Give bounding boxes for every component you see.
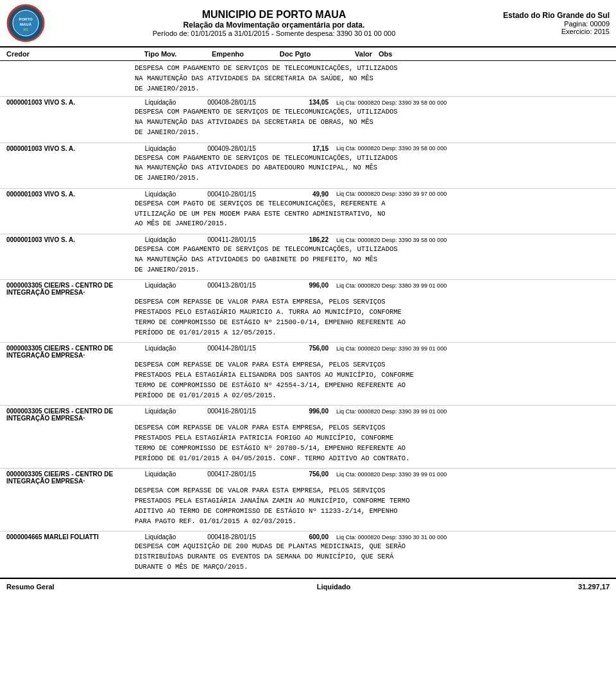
empenho-number: 000418-28/01/15	[190, 533, 273, 541]
entry-description: DESPESA COM REPASSE DE VALOR PARA ESTA E…	[135, 422, 610, 466]
empenho-number: 000408-28/01/15	[190, 99, 273, 106]
page-header: PORTO MAUÁ RS MUNICIPIO DE PORTO MAUA Re…	[0, 0, 616, 48]
credor-label: 0000003305 CIEE/RS - CENTRO DE INTEGRAÇÃ…	[6, 282, 135, 296]
page-number: Pagina: 00009	[503, 20, 610, 28]
tipo-mov: Liquidação	[135, 345, 186, 352]
liq-info: Liq Cta: 0000820 Desp: 3390 39 99 01 000	[332, 345, 610, 352]
credor-label: 0000003305 CIEE/RS - CENTRO DE INTEGRAÇÃ…	[6, 408, 135, 422]
liq-info: Liq Cta: 0000820 Desp: 3390 30 31 00 000	[332, 534, 610, 541]
valor-amount: 17,15	[277, 145, 329, 152]
valor-amount: 49,90	[277, 191, 329, 198]
table-row: 0000001003 VIVO S. A.Liquidação000409-28…	[0, 143, 616, 189]
col-header-valor: Valor	[321, 50, 372, 58]
table-row: 0000003305 CIEE/RS - CENTRO DE INTEGRAÇÃ…	[0, 280, 616, 343]
svg-text:PORTO: PORTO	[19, 17, 33, 21]
exercise-year: Exercicio: 2015	[503, 28, 610, 35]
empenho-number: 000413-28/01/15	[190, 282, 273, 289]
footer-label: Resumo Geral	[6, 583, 135, 591]
valor-amount: 996,00	[277, 408, 329, 415]
svg-text:RS: RS	[24, 28, 29, 31]
report-period: Período de: 01/01/2015 a 31/01/2015 - So…	[51, 30, 497, 37]
liq-info: Liq Cta: 0000820 Desp: 3390 39 58 00 000	[332, 237, 610, 243]
col-header-empenho: Empenho	[186, 50, 270, 58]
tipo-mov: Liquidação	[135, 191, 186, 198]
entry-description: DESPESA COM REPASSE DE VALOR PARA ESTA E…	[135, 485, 610, 529]
tipo-mov: Liquidação	[135, 145, 186, 152]
tipo-mov: Liquidação	[135, 533, 186, 541]
col-header-obs: Obs	[372, 50, 610, 58]
credor-label: 0000004665 MARLEI FOLIATTI	[6, 533, 135, 541]
header-center: MUNICIPIO DE PORTO MAUA Relação da Movim…	[51, 9, 497, 37]
liq-info: Liq Cta: 0000820 Desp: 3380 39 99 01 000	[332, 282, 610, 289]
credor-label: 0000003305 CIEE/RS - CENTRO DE INTEGRAÇÃ…	[6, 345, 135, 359]
entry-description: DESPESA COM PAGAMENTO DE SERVIÇOS DE TEL…	[135, 243, 610, 277]
column-headers: Credor Tipo Mov. Empenho Doc Pgto Valor …	[0, 48, 616, 61]
tipo-mov: Liquidação	[135, 236, 186, 243]
empenho-number: 000417-28/01/15	[190, 471, 273, 478]
valor-amount: 996,00	[277, 282, 329, 289]
credor-label: 0000001003 VIVO S. A.	[6, 191, 135, 198]
table-row: 0000004665 MARLEI FOLIATTILiquidação0004…	[0, 532, 616, 577]
header-right: Estado do Rio Grande do Sul Pagina: 0000…	[503, 11, 610, 35]
entry-description: DESPESA COM AQUISIÇÃO DE 200 MUDAS DE PL…	[135, 541, 610, 575]
col-header-credor: Credor	[6, 50, 135, 58]
footer-value: 31.297,17	[533, 583, 610, 591]
footer: Resumo Geral Liquidado 31.297,17	[0, 578, 616, 594]
empenho-number: 000411-28/01/15	[190, 236, 273, 243]
report-subtitle: Relação da Movimentação orçamentária por…	[51, 21, 497, 30]
liq-info: Liq Cta: 0000820 Desp: 3390 39 99 01 000	[332, 408, 610, 415]
credor-label: 0000001003 VIVO S. A.	[6, 99, 135, 106]
credor-label: 0000001003 VIVO S. A.	[6, 145, 135, 152]
empenho-number: 000416-28/01/15	[190, 408, 273, 415]
liq-info: Liq Cta: 0000820 Desp: 3390 39 58 00 000	[332, 99, 610, 106]
entry-description: DESPESA COM REPASSE DE VALOR PARA ESTA E…	[135, 359, 610, 403]
empenho-number: 000409-28/01/15	[190, 145, 273, 152]
tipo-mov: Liquidação	[135, 99, 186, 106]
credor-label: 0000001003 VIVO S. A.	[6, 236, 135, 243]
liq-info: Liq Cta: 0000820 Desp: 3390 39 58 00 000	[332, 145, 610, 151]
entry-description: DESPESA COM REPASSE DE VALOR PARA ESTA E…	[135, 296, 610, 340]
continuation-block: DESPESA COM PAGAMENTO DE SERVIÇOS DE TEL…	[0, 61, 616, 97]
entry-description: DESPESA COM PAGAMENTO DE SERVIÇOS DE TEL…	[135, 152, 610, 186]
state-label: Estado do Rio Grande do Sul	[503, 11, 610, 20]
liq-info: Liq Cta: 0000820 Desp: 3390 39 99 01 000	[332, 471, 610, 478]
entry-description: DESPESA COM PAGAMENTO DE SERVIÇOS DE TEL…	[135, 106, 610, 140]
continuation-text: DESPESA COM PAGAMENTO DE SERVIÇOS DE TEL…	[135, 64, 398, 92]
valor-amount: 186,22	[277, 236, 329, 243]
liq-info: Liq Cta: 0000820 Desp: 3390 39 97 00 000	[332, 191, 610, 197]
valor-amount: 600,00	[277, 533, 329, 541]
credor-label: 0000003305 CIEE/RS - CENTRO DE INTEGRAÇÃ…	[6, 471, 135, 485]
tipo-mov: Liquidação	[135, 282, 186, 289]
table-row: 0000001003 VIVO S. A.Liquidação000411-28…	[0, 234, 616, 280]
logo: PORTO MAUÁ RS	[6, 4, 45, 42]
svg-text:MAUÁ: MAUÁ	[20, 22, 32, 26]
entry-description: DESPESA COM PAGTO DE SERVIÇOS DE TELECOM…	[135, 198, 610, 232]
tipo-mov: Liquidação	[135, 471, 186, 478]
tipo-mov: Liquidação	[135, 408, 186, 415]
col-header-tipomov: Tipo Mov.	[135, 50, 186, 58]
valor-amount: 134,05	[277, 99, 329, 106]
entries-container: 0000001003 VIVO S. A.Liquidação000408-28…	[0, 97, 616, 577]
table-row: 0000003305 CIEE/RS - CENTRO DE INTEGRAÇÃ…	[0, 469, 616, 532]
valor-amount: 756,00	[277, 345, 329, 352]
empenho-number: 000414-28/01/15	[190, 345, 273, 352]
table-row: 0000001003 VIVO S. A.Liquidação000408-28…	[0, 97, 616, 143]
col-header-docpgto: Doc Pgto	[270, 50, 321, 58]
empenho-number: 000410-28/01/15	[190, 191, 273, 198]
table-row: 0000001003 VIVO S. A.Liquidação000410-28…	[0, 189, 616, 234]
table-row: 0000003305 CIEE/RS - CENTRO DE INTEGRAÇÃ…	[0, 343, 616, 406]
org-title: MUNICIPIO DE PORTO MAUA	[51, 9, 497, 21]
footer-mid: Liquidado	[135, 583, 533, 591]
valor-amount: 756,00	[277, 471, 329, 478]
table-row: 0000003305 CIEE/RS - CENTRO DE INTEGRAÇÃ…	[0, 406, 616, 469]
